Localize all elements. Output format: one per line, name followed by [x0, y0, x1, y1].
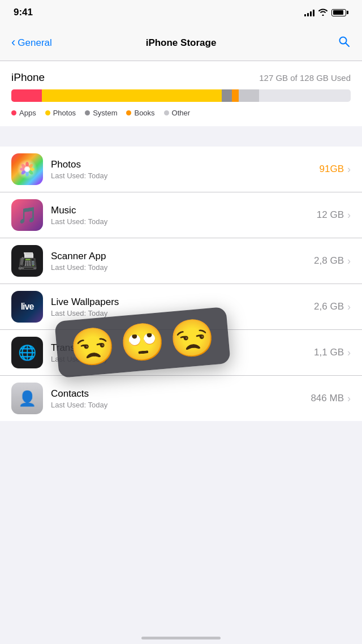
back-label: General	[18, 37, 51, 49]
search-icon[interactable]	[337, 35, 351, 51]
chevron-right-icon: ›	[347, 255, 351, 267]
app-info-scanner: Scanner App Last Used: Today	[51, 251, 314, 272]
svg-line-1	[346, 43, 350, 46]
app-size-wrap-wallpapers: 2,6 GB ›	[314, 301, 351, 313]
legend-system: System	[85, 109, 117, 117]
legend-dot-apps	[11, 110, 16, 115]
app-last-used-scanner: Last Used: Today	[51, 263, 314, 272]
emoji-2: 🙄	[118, 323, 166, 363]
legend-label-apps: Apps	[19, 109, 36, 117]
legend-photos: Photos	[45, 109, 76, 117]
app-size-scanner: 2,8 GB	[314, 255, 344, 267]
legend-label-photos: Photos	[53, 109, 76, 117]
chevron-right-icon: ›	[347, 301, 351, 313]
list-item[interactable]: 🎵 Music Last Used: Today 12 GB ›	[0, 192, 362, 238]
app-last-used-music: Last Used: Today	[51, 217, 317, 226]
segment-apps	[11, 89, 42, 102]
app-icon-music: 🎵	[11, 199, 43, 231]
svg-point-11	[24, 166, 30, 172]
app-name-contacts: Contacts	[51, 388, 311, 400]
legend-dot-books	[126, 110, 131, 115]
wifi-icon	[318, 8, 328, 18]
storage-bar	[11, 89, 351, 102]
chevron-right-icon: ›	[347, 347, 351, 359]
app-last-used-contacts: Last Used: Today	[51, 401, 311, 409]
app-size-wrap-scanner: 2,8 GB ›	[314, 255, 351, 267]
app-icon-translate: 🌐	[11, 337, 43, 368]
back-button[interactable]: ‹ General	[11, 37, 52, 49]
signal-icon	[304, 8, 314, 16]
legend-books: Books	[126, 109, 154, 117]
storage-header: iPhone 127 GB of 128 GB Used	[11, 71, 351, 84]
legend-dot-other	[164, 110, 169, 115]
legend-label-system: System	[93, 109, 117, 117]
app-list: Photos Last Used: Today 91GB › 🎵 Music L…	[0, 147, 362, 421]
segment-books	[232, 89, 239, 102]
legend-dot-photos	[45, 110, 50, 115]
app-size-wrap-translate: 1,1 GB ›	[314, 347, 351, 359]
app-icon-scanner: 📠	[11, 245, 43, 277]
app-size-music: 12 GB	[317, 209, 344, 221]
status-icons	[304, 8, 348, 18]
app-size-photos: 91GB	[320, 164, 344, 175]
list-item[interactable]: 👤 Contacts Last Used: Today 846 MB ›	[0, 376, 362, 421]
chevron-left-icon: ‹	[11, 36, 15, 49]
app-icon-wallpapers: live	[11, 291, 43, 323]
app-name-wallpapers: Live Wallpapers	[51, 297, 314, 308]
nav-bar: ‹ General iPhone Storage	[0, 25, 362, 61]
legend-label-other: Other	[172, 109, 191, 117]
app-info-contacts: Contacts Last Used: Today	[51, 388, 311, 409]
chevron-right-icon: ›	[347, 393, 351, 405]
app-size-contacts: 846 MB	[311, 393, 344, 404]
app-last-used-photos: Last Used: Today	[51, 171, 320, 180]
svg-point-0	[340, 37, 347, 44]
app-name-music: Music	[51, 205, 317, 216]
chevron-right-icon: ›	[347, 209, 351, 221]
status-bar: 9:41	[0, 0, 362, 25]
chevron-right-icon: ›	[347, 164, 351, 175]
list-item[interactable]: Photos Last Used: Today 91GB ›	[0, 147, 362, 192]
segment-system	[222, 89, 232, 102]
status-time: 9:41	[14, 7, 33, 18]
storage-card: iPhone 127 GB of 128 GB Used Apps Photos…	[0, 61, 362, 126]
legend-label-books: Books	[134, 109, 154, 117]
legend-dot-system	[85, 110, 90, 115]
list-item[interactable]: 📠 Scanner App Last Used: Today 2,8 GB ›	[0, 238, 362, 284]
home-indicator	[141, 637, 221, 639]
app-name-photos: Photos	[51, 159, 320, 170]
storage-legend: Apps Photos System Books Other	[11, 109, 351, 117]
emoji-3: 😒	[168, 318, 216, 358]
app-size-wrap-music: 12 GB ›	[317, 209, 351, 221]
app-size-wrap-contacts: 846 MB ›	[311, 393, 351, 405]
emoji-1: 😒	[69, 327, 117, 367]
app-icon-photos	[11, 153, 43, 185]
segment-other	[239, 89, 259, 102]
app-size-wrap-photos: 91GB ›	[320, 164, 351, 175]
app-info-music: Music Last Used: Today	[51, 205, 317, 226]
app-name-scanner: Scanner App	[51, 251, 314, 262]
app-size-translate: 1,1 GB	[314, 347, 344, 358]
segment-photos	[42, 89, 222, 102]
legend-apps: Apps	[11, 109, 36, 117]
legend-other: Other	[164, 109, 191, 117]
page-title: iPhone Storage	[146, 37, 217, 49]
storage-used-text: 127 GB of 128 GB Used	[259, 73, 351, 83]
app-info-photos: Photos Last Used: Today	[51, 159, 320, 180]
battery-icon	[331, 9, 348, 16]
app-icon-contacts: 👤	[11, 383, 43, 414]
device-name: iPhone	[11, 71, 45, 84]
app-size-wallpapers: 2,6 GB	[314, 301, 344, 312]
